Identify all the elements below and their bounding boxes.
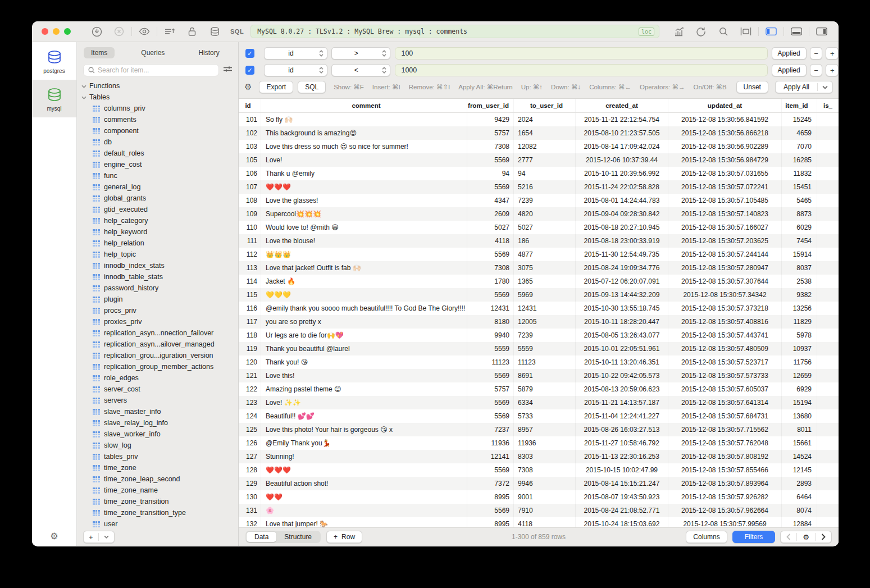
sidebar-table-item[interactable]: procs_priv: [77, 305, 238, 316]
toggle-bottom-panel-icon[interactable]: [791, 26, 802, 37]
filter-value-input[interactable]: 1000: [395, 64, 767, 76]
table-cell[interactable]: [817, 113, 839, 126]
sidebar-table-item[interactable]: help_relation: [77, 238, 238, 249]
table-cell[interactable]: 124: [239, 409, 261, 423]
table-cell[interactable]: [817, 248, 839, 261]
table-cell[interactable]: 112: [239, 248, 261, 261]
table-cell[interactable]: 2015-12-08 15:30:57.926282: [668, 490, 782, 504]
sidebar-table-item[interactable]: innodb_table_stats: [77, 271, 238, 282]
table-cell[interactable]: Stunning!: [261, 450, 467, 463]
table-cell[interactable]: 8995: [467, 490, 514, 504]
table-cell[interactable]: Supercool💥💥💥: [261, 207, 467, 221]
table-cell[interactable]: 4877: [514, 248, 576, 261]
table-cell[interactable]: 2015-10-24 18:15:03.692: [576, 517, 668, 527]
sidebar-table-item[interactable]: help_topic: [77, 249, 238, 260]
table-row[interactable]: 103Love this dress so much 😍 so nice for…: [239, 140, 839, 153]
sidebar-table-item[interactable]: time_zone_transition_type: [77, 507, 238, 518]
filter-settings-gear-icon[interactable]: ⚙: [244, 82, 252, 92]
table-cell[interactable]: Love that jacket! Outfit is fab 🙌🏻: [261, 261, 467, 275]
table-cell[interactable]: 11123: [467, 355, 514, 369]
table-cell[interactable]: 5569: [467, 248, 514, 261]
table-cell[interactable]: 8037: [782, 261, 817, 275]
column-header-updated_at[interactable]: updated_at: [668, 99, 782, 112]
table-cell[interactable]: 7454: [782, 234, 817, 248]
column-header-id[interactable]: id: [239, 99, 261, 112]
sidebar-table-item[interactable]: global_grants: [77, 193, 238, 204]
table-cell[interactable]: 127: [239, 450, 261, 463]
table-cell[interactable]: 8691: [514, 369, 576, 382]
table-cell[interactable]: 7239: [514, 194, 576, 207]
sidebar-table-item[interactable]: plugin: [77, 294, 238, 305]
table-cell[interactable]: 2015-08-05 13:26:43.077: [576, 329, 668, 342]
table-cell[interactable]: [817, 153, 839, 167]
fit-width-icon[interactable]: [740, 26, 751, 37]
table-cell[interactable]: 2015-10-22 09:42:05.573: [576, 369, 668, 382]
table-cell[interactable]: 126: [239, 436, 261, 450]
table-cell[interactable]: 2015-12-08 15:30:57.408816: [668, 315, 782, 329]
table-cell[interactable]: 118: [239, 329, 261, 342]
table-cell[interactable]: 109: [239, 207, 261, 221]
table-cell[interactable]: 186: [514, 234, 576, 248]
table-cell[interactable]: 114: [239, 275, 261, 288]
sidebar-table-item[interactable]: slow_log: [77, 440, 238, 451]
table-cell[interactable]: 9940: [467, 329, 514, 342]
table-cell[interactable]: 16285: [782, 153, 817, 167]
table-cell[interactable]: [817, 504, 839, 517]
table-cell[interactable]: 6334: [514, 396, 576, 409]
sidebar-table-item[interactable]: comments: [77, 114, 238, 125]
table-cell[interactable]: 8995: [467, 517, 514, 527]
table-row[interactable]: 132Love that jumper! 🐎899541182015-10-24…: [239, 517, 839, 527]
filter-sliders-icon[interactable]: [223, 65, 233, 75]
table-cell[interactable]: 116: [239, 302, 261, 315]
table-cell[interactable]: 2015-09-04 09:28:30.842: [576, 207, 668, 221]
table-cell[interactable]: 2015-10-01 22:05:51.961: [576, 342, 668, 355]
table-cell[interactable]: 5569: [467, 409, 514, 423]
table-cell[interactable]: 2015-09-13 14:44:32.209: [576, 288, 668, 302]
table-cell[interactable]: 8873: [782, 207, 817, 221]
table-cell[interactable]: 101: [239, 113, 261, 126]
sidebar-table-item[interactable]: replication_grou...iguration_version: [77, 350, 238, 361]
table-cell[interactable]: 2024: [514, 113, 576, 126]
table-cell[interactable]: 5216: [514, 180, 576, 194]
table-row[interactable]: 111Love the blouse!41181862015-08-18 23:…: [239, 234, 839, 248]
table-cell[interactable]: 2015-12-08 15:30:57.962664: [668, 504, 782, 517]
table-cell[interactable]: 2015-12-08 15:30:57.893964: [668, 477, 782, 490]
table-cell[interactable]: 121: [239, 369, 261, 382]
table-cell[interactable]: 7239: [514, 329, 576, 342]
table-cell[interactable]: Love!: [261, 153, 467, 167]
table-cell[interactable]: 2015-08-14 17:09:42.024: [576, 140, 668, 153]
table-cell[interactable]: [817, 436, 839, 450]
add-item-button[interactable]: +: [84, 533, 98, 541]
table-row[interactable]: 119Thank you beautiful @laurel5559555920…: [239, 342, 839, 355]
table-cell[interactable]: 15661: [782, 436, 817, 450]
table-cell[interactable]: [817, 315, 839, 329]
table-cell[interactable]: 2015-12-08 15:30:57.072241: [668, 180, 782, 194]
table-cell[interactable]: 13256: [782, 302, 817, 315]
filters-button[interactable]: Filters: [732, 531, 776, 543]
table-row[interactable]: 102This background is amazing😍5757165420…: [239, 126, 839, 140]
table-cell[interactable]: 12082: [514, 140, 576, 153]
table-cell[interactable]: So fly 🙌🏻: [261, 113, 467, 126]
table-cell[interactable]: 2015-08-07 19:43:50.923: [576, 490, 668, 504]
table-cell[interactable]: 2015-12-08 15:30:57.573733: [668, 369, 782, 382]
table-cell[interactable]: 94: [514, 167, 576, 180]
table-row[interactable]: 128❤️❤️❤️556973082015-10-15 10:02:47.992…: [239, 463, 839, 477]
table-cell[interactable]: This background is amazing😍: [261, 126, 467, 140]
columns-button[interactable]: Columns: [686, 531, 727, 543]
sidebar-table-item[interactable]: time_zone_leap_second: [77, 473, 238, 485]
table-cell[interactable]: 5969: [514, 288, 576, 302]
table-row[interactable]: 108Love the glasses!434772392015-08-01 1…: [239, 194, 839, 207]
table-cell[interactable]: 113: [239, 261, 261, 275]
filter-operator-select[interactable]: <: [331, 64, 390, 76]
table-cell[interactable]: [817, 288, 839, 302]
sidebar-table-item[interactable]: component: [77, 125, 238, 136]
sidebar-table-item[interactable]: slave_worker_info: [77, 429, 238, 440]
table-cell[interactable]: ❤️❤️❤️: [261, 463, 467, 477]
connection-mysql[interactable]: mysql: [32, 80, 76, 117]
column-header-is[interactable]: is_: [817, 99, 839, 112]
table-cell[interactable]: 7070: [782, 140, 817, 153]
table-cell[interactable]: 2015-12-08 15:30:57.684731: [668, 409, 782, 423]
close-window-button[interactable]: [42, 28, 48, 35]
table-cell[interactable]: 108: [239, 194, 261, 207]
table-cell[interactable]: [817, 167, 839, 180]
